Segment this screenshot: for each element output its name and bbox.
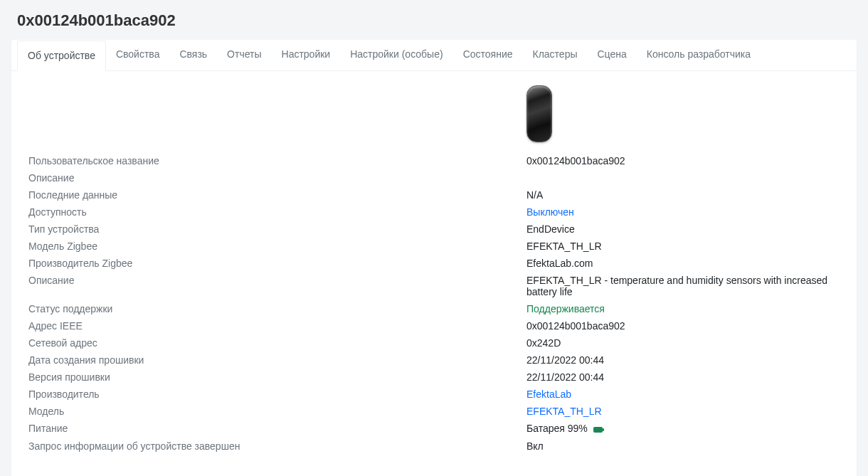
label-nwk: Сетевой адрес bbox=[28, 337, 526, 349]
row-support-status: Статус поддержки Поддерживается bbox=[28, 303, 840, 314]
row-fw-version: Версия прошивки 22/11/2022 00:44 bbox=[28, 371, 840, 383]
label-last-seen: Последние данные bbox=[28, 189, 526, 201]
row-ieee: Адрес IEEE 0x00124b001baca902 bbox=[28, 320, 840, 332]
value-fw-date: 22/11/2022 00:44 bbox=[526, 354, 840, 366]
value-manufacturer[interactable]: EfektaLab bbox=[526, 388, 840, 400]
value-description2: EFEKTA_TH_LR - temperature and humidity … bbox=[526, 275, 840, 297]
value-interview-done: Вкл bbox=[526, 440, 840, 452]
tab-state[interactable]: Состояние bbox=[453, 40, 523, 70]
row-power: Питание Батарея 99% bbox=[28, 423, 840, 435]
label-fw-version: Версия прошивки bbox=[28, 371, 526, 383]
row-fw-date: Дата создания прошивки 22/11/2022 00:44 bbox=[28, 354, 840, 366]
tab-scene[interactable]: Сцена bbox=[588, 40, 637, 70]
label-manufacturer: Производитель bbox=[28, 388, 526, 400]
tabs: Об устройстве Свойства Связь Отчеты Наст… bbox=[11, 40, 857, 71]
value-power-text: Батарея 99% bbox=[526, 423, 588, 434]
tab-about[interactable]: Об устройстве bbox=[17, 41, 106, 71]
value-model[interactable]: EFEKTA_TH_LR bbox=[526, 406, 840, 417]
label-support-status: Статус поддержки bbox=[28, 303, 526, 314]
label-fw-date: Дата создания прошивки bbox=[28, 354, 526, 366]
tab-clusters[interactable]: Кластеры bbox=[523, 40, 588, 70]
row-manufacturer: Производитель EfektaLab bbox=[28, 388, 840, 400]
battery-icon bbox=[593, 423, 605, 435]
label-interview-done: Запрос информации об устройстве завершен bbox=[28, 440, 526, 452]
device-content: Пользовательское название 0x00124b001bac… bbox=[11, 71, 857, 466]
value-nwk: 0x242D bbox=[526, 337, 840, 349]
row-model: Модель EFEKTA_TH_LR bbox=[28, 406, 840, 417]
page-title: 0x00124b001baca902 bbox=[11, 11, 857, 30]
row-nwk: Сетевой адрес 0x242D bbox=[28, 337, 840, 349]
tab-settings[interactable]: Настройки bbox=[272, 40, 341, 70]
label-device-type: Тип устройства bbox=[28, 223, 526, 235]
row-friendly-name: Пользовательское название 0x00124b001bac… bbox=[28, 155, 840, 166]
device-card: Об устройстве Свойства Связь Отчеты Наст… bbox=[11, 40, 857, 476]
label-zigbee-model: Модель Zigbee bbox=[28, 240, 526, 252]
svg-rect-0 bbox=[593, 427, 603, 433]
device-image bbox=[526, 85, 552, 142]
label-ieee: Адрес IEEE bbox=[28, 320, 526, 332]
label-availability: Доступность bbox=[28, 206, 526, 218]
svg-rect-1 bbox=[603, 428, 604, 431]
tab-bind[interactable]: Связь bbox=[169, 40, 217, 70]
row-last-seen: Последние данные N/A bbox=[28, 189, 840, 201]
label-model: Модель bbox=[28, 406, 526, 417]
value-power: Батарея 99% bbox=[526, 423, 840, 435]
value-zigbee-manufacturer: EfektaLab.com bbox=[526, 258, 840, 269]
row-zigbee-model: Модель Zigbee EFEKTA_TH_LR bbox=[28, 240, 840, 252]
label-zigbee-manufacturer: Производитель Zigbee bbox=[28, 258, 526, 269]
value-availability[interactable]: Выключен bbox=[526, 206, 840, 218]
tab-reports[interactable]: Отчеты bbox=[217, 40, 271, 70]
label-description2: Описание bbox=[28, 275, 526, 286]
label-power: Питание bbox=[28, 423, 526, 434]
value-device-type: EndDevice bbox=[526, 223, 840, 235]
tab-devconsole[interactable]: Консоль разработчика bbox=[637, 40, 761, 70]
value-ieee: 0x00124b001baca902 bbox=[526, 320, 840, 332]
row-device-type: Тип устройства EndDevice bbox=[28, 223, 840, 235]
label-friendly-name: Пользовательское название bbox=[28, 155, 526, 166]
tab-props[interactable]: Свойства bbox=[106, 40, 169, 70]
row-description: Описание bbox=[28, 172, 840, 184]
value-support-status: Поддерживается bbox=[526, 303, 840, 314]
tab-settings-specific[interactable]: Настройки (особые) bbox=[340, 40, 452, 70]
value-last-seen: N/A bbox=[526, 189, 840, 201]
row-interview-done: Запрос информации об устройстве завершен… bbox=[28, 440, 840, 452]
value-friendly-name: 0x00124b001baca902 bbox=[526, 155, 840, 166]
label-description: Описание bbox=[28, 172, 526, 184]
row-zigbee-manufacturer: Производитель Zigbee EfektaLab.com bbox=[28, 258, 840, 269]
row-availability: Доступность Выключен bbox=[28, 206, 840, 218]
value-fw-version: 22/11/2022 00:44 bbox=[526, 371, 840, 383]
value-zigbee-model: EFEKTA_TH_LR bbox=[526, 240, 840, 252]
row-description2: Описание EFEKTA_TH_LR - temperature and … bbox=[28, 275, 840, 297]
